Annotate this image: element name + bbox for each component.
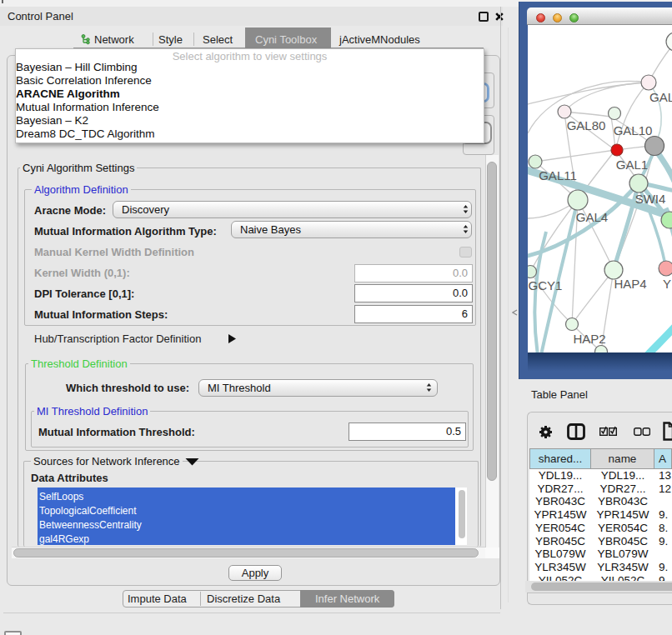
svg-text:HAP2: HAP2 bbox=[573, 332, 605, 346]
svg-text:SWI4: SWI4 bbox=[635, 192, 666, 206]
svg-text:GAL8: GAL8 bbox=[649, 90, 672, 104]
svg-text:GAL80: GAL80 bbox=[567, 118, 606, 132]
svg-text:GAL11: GAL11 bbox=[539, 168, 577, 182]
svg-text:HAP4: HAP4 bbox=[614, 277, 646, 291]
svg-text:GAL4: GAL4 bbox=[576, 210, 608, 224]
svg-text:Y: Y bbox=[663, 277, 671, 291]
svg-text:GCY1: GCY1 bbox=[529, 278, 563, 292]
svg-text:GAL10: GAL10 bbox=[614, 123, 653, 138]
svg-text:GAL1: GAL1 bbox=[616, 158, 648, 172]
